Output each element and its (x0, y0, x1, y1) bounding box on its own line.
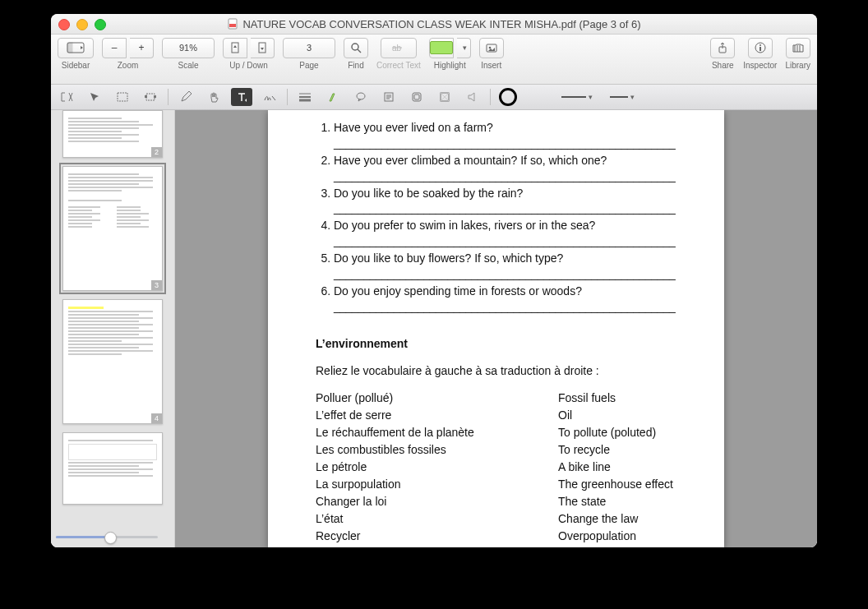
inspector-label: Inspector (743, 61, 777, 70)
svg-point-11 (488, 47, 491, 49)
vocab-item: Polluer (pollué) (316, 390, 558, 406)
stroke-style-menu[interactable]: ▾ (556, 88, 598, 106)
sidebar-label: Sidebar (62, 61, 90, 70)
scale-label: Scale (178, 61, 198, 70)
question-text: Have you ever climbed a mountain? If so,… (334, 154, 607, 167)
page-number-badge: 3 (151, 280, 162, 290)
inspector-button[interactable] (748, 38, 773, 58)
preview-window: NATURE VOCAB CONVERSATION CLASS WEAK INT… (51, 14, 817, 547)
main-toolbar: Sidebar – + Zoom 91% Scale Up / Down 3 P… (51, 35, 817, 85)
speech-bubble-icon[interactable] (350, 88, 372, 106)
highlight-button[interactable] (429, 38, 454, 58)
vocab-item: The greenhouse effect (558, 477, 673, 492)
page-up-button[interactable] (223, 38, 247, 58)
page-number-badge: 4 (151, 413, 162, 423)
rect-select-tool-icon[interactable] (112, 88, 133, 106)
thumbnail-page-3[interactable]: 3 (62, 166, 163, 291)
vocab-item: L’état (316, 511, 558, 527)
insert-button[interactable] (479, 38, 504, 58)
scale-field[interactable]: 91% (162, 38, 215, 58)
content-area: 2 3 4 (51, 110, 817, 547)
svg-point-14 (760, 44, 761, 46)
find-label: Find (348, 61, 363, 70)
titlebar: NATURE VOCAB CONVERSATION CLASS WEAK INT… (51, 14, 817, 35)
vocab-item: Overpopulation (558, 528, 673, 544)
find-button[interactable] (344, 38, 368, 58)
svg-rect-18 (145, 95, 147, 98)
shape-ring-icon[interactable] (497, 88, 519, 106)
svg-rect-19 (154, 95, 156, 98)
vocab-item: A bike line (558, 459, 673, 475)
page-viewport[interactable]: Have you ever lived on a farm?__________… (175, 110, 817, 547)
answer-blank: ________________________________________… (334, 201, 675, 215)
vocab-item: To recycle (558, 442, 673, 458)
hand-tool-icon[interactable] (203, 88, 224, 106)
answer-blank: ________________________________________… (334, 234, 675, 247)
list-item: Have you ever climbed a mountain? If so,… (334, 153, 676, 184)
vocab-item: Les combustibles fossiles (316, 442, 558, 458)
vocab-item: Le pétrole (316, 459, 558, 475)
vocab-item: To pollute (poluted) (558, 425, 673, 441)
page-field[interactable]: 3 (283, 38, 335, 58)
signature-tool-icon[interactable] (259, 88, 280, 106)
crop-tool-icon[interactable] (140, 88, 161, 106)
zoom-in-button[interactable]: + (130, 38, 154, 58)
pencil-tool-icon[interactable] (175, 88, 196, 106)
page-label: Page (299, 61, 318, 70)
highlight-menu[interactable]: ▾ (457, 38, 471, 58)
svg-rect-1 (229, 24, 236, 27)
line-style-icon[interactable] (294, 88, 316, 106)
vocab-item: Fossil fuels (558, 390, 673, 406)
correct-text-button: ab (381, 38, 417, 58)
share-button[interactable] (710, 38, 735, 58)
zoom-button[interactable] (95, 19, 106, 30)
sound-tool-icon[interactable] (462, 88, 483, 106)
question-text: Have you ever lived on a farm? (334, 121, 493, 134)
annotation-toolbar: ▾ ▾ (51, 85, 817, 110)
vocab-item: The state (558, 494, 673, 510)
svg-point-23 (357, 93, 365, 99)
question-text: Do you enjoy spending time in forests or… (334, 284, 582, 298)
highlight-label: Highlight (434, 61, 466, 70)
question-text: Do you like to be soaked by the rain? (334, 187, 523, 200)
thumbnail-page-4[interactable]: 4 (62, 299, 163, 424)
marker-tool-icon[interactable] (322, 88, 344, 106)
note-tool-icon[interactable] (378, 88, 399, 106)
close-button[interactable] (58, 19, 70, 30)
svg-rect-15 (760, 47, 761, 51)
svg-rect-3 (67, 43, 72, 53)
vocab-item: Le réchauffement de la planète (316, 425, 558, 441)
correct-label: Correct Text (376, 61, 421, 70)
window-title: NATURE VOCAB CONVERSATION CLASS WEAK INT… (242, 18, 640, 30)
minimize-button[interactable] (76, 19, 88, 30)
page-number-badge: 2 (151, 147, 162, 157)
sidebar-zoom-slider[interactable] (51, 529, 163, 544)
sidebar-toggle[interactable] (58, 38, 94, 58)
svg-rect-29 (414, 95, 419, 99)
vocab-item: Changer la loi (316, 494, 558, 510)
updown-label: Up / Down (229, 61, 268, 70)
text-select-tool-icon[interactable] (56, 88, 77, 106)
text-tool-icon[interactable] (231, 88, 252, 106)
answer-blank: ________________________________________… (334, 267, 675, 280)
answer-blank: ________________________________________… (334, 169, 675, 182)
page-down-button[interactable] (251, 38, 275, 58)
question-text: Do you like to buy flowers? If so, which… (334, 251, 563, 265)
pdf-icon (227, 18, 238, 30)
zoom-out-button[interactable]: – (102, 38, 127, 58)
list-item: Do you like to be soaked by the rain?___… (334, 186, 676, 217)
thumbnail-page-2[interactable]: 2 (62, 110, 163, 158)
thumbnail-page-5[interactable] (62, 432, 163, 505)
traffic-lights (58, 19, 106, 30)
link-tool-icon[interactable] (406, 88, 427, 106)
answer-blank: ________________________________________… (334, 300, 675, 313)
question-list: Have you ever lived on a farm?__________… (316, 120, 676, 315)
arrow-tool-icon[interactable] (84, 88, 105, 106)
thumbnail-sidebar[interactable]: 2 3 4 (51, 110, 175, 547)
vocab-right-column: Fossil fuels Oil To pollute (poluted) To… (558, 390, 673, 544)
library-label: Library (785, 61, 810, 70)
mask-tool-icon[interactable] (434, 88, 455, 106)
arrow-style-menu[interactable]: ▾ (604, 88, 640, 106)
library-button[interactable] (786, 38, 810, 58)
svg-rect-16 (118, 93, 127, 101)
